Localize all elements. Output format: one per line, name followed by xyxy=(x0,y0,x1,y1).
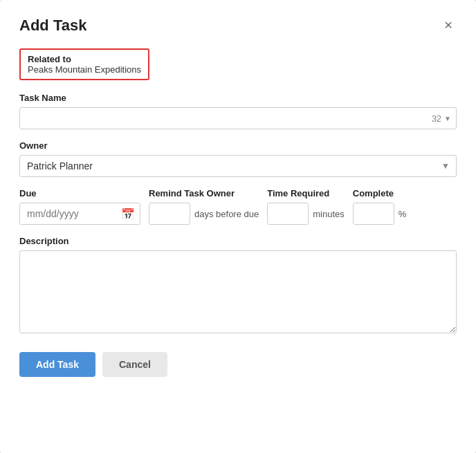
char-count: 32 ▼ xyxy=(432,113,451,124)
time-inline: 0 minutes xyxy=(267,203,345,225)
add-task-button[interactable]: Add Task xyxy=(19,352,95,377)
time-required-group: Time Required 0 minutes xyxy=(267,188,345,225)
inline-fields-row: Due 📅 Remind Task Owner 0 days before du… xyxy=(19,188,457,225)
complete-group: Complete 0 % xyxy=(353,188,407,225)
modal-header: Add Task × xyxy=(19,17,457,35)
remind-label: Remind Task Owner xyxy=(149,188,259,198)
chevron-down-icon: ▼ xyxy=(444,115,451,122)
complete-label: Complete xyxy=(353,188,407,198)
related-to-value: Peaks Mountain Expeditions xyxy=(28,64,141,75)
time-required-suffix: minutes xyxy=(313,209,345,219)
related-to-box: Related to Peaks Mountain Expeditions xyxy=(19,48,149,80)
task-name-wrapper: 32 ▼ xyxy=(19,107,457,129)
remind-inline: 0 days before due xyxy=(149,203,259,225)
char-count-value: 32 xyxy=(432,113,441,124)
add-task-modal: Add Task × Related to Peaks Mountain Exp… xyxy=(0,0,476,453)
due-input-wrapper: 📅 xyxy=(19,203,140,225)
description-label: Description xyxy=(19,236,457,246)
owner-group: Owner Patrick Planner ▼ xyxy=(19,140,457,177)
remind-field-group: Remind Task Owner 0 days before due xyxy=(149,188,259,225)
remind-input[interactable]: 0 xyxy=(149,203,190,225)
time-required-label: Time Required xyxy=(267,188,345,198)
related-to-label: Related to xyxy=(28,54,141,64)
time-required-input[interactable]: 0 xyxy=(267,203,309,225)
due-field-group: Due 📅 xyxy=(19,188,140,225)
due-label: Due xyxy=(19,188,140,198)
remind-suffix: days before due xyxy=(194,209,259,219)
modal-title: Add Task xyxy=(19,17,86,35)
task-name-input[interactable] xyxy=(19,107,457,129)
task-name-label: Task Name xyxy=(19,93,457,103)
task-name-group: Task Name 32 ▼ xyxy=(19,93,457,129)
close-button[interactable]: × xyxy=(440,17,457,33)
owner-select[interactable]: Patrick Planner xyxy=(19,155,457,177)
owner-label: Owner xyxy=(19,140,457,151)
complete-suffix: % xyxy=(399,209,407,219)
cancel-button[interactable]: Cancel xyxy=(102,352,167,377)
complete-input[interactable]: 0 xyxy=(353,203,394,225)
description-textarea[interactable] xyxy=(19,250,457,333)
description-group: Description xyxy=(19,236,457,335)
owner-select-wrapper: Patrick Planner ▼ xyxy=(19,155,457,177)
complete-inline: 0 % xyxy=(353,203,407,225)
modal-footer: Add Task Cancel xyxy=(19,352,457,377)
due-date-input[interactable] xyxy=(19,203,140,225)
